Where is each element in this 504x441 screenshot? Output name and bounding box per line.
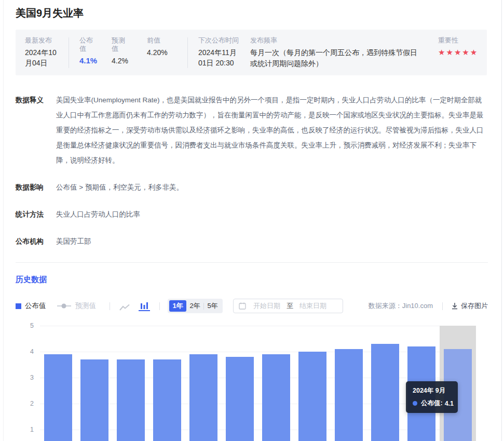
y-tick-label: 1 (14, 426, 34, 433)
tooltip-title: 2024年 9月 (413, 387, 452, 394)
info-text: 美国劳工部 (56, 234, 488, 249)
bar-2023年11月[interactable] (80, 359, 108, 441)
history-data-heading: 历史数据 (16, 275, 488, 285)
page-title: 美国9月失业率 (16, 6, 488, 20)
stat-value: 4.2% (112, 56, 147, 66)
info-label: 公布机构 (16, 234, 56, 249)
calendar-icon (239, 302, 246, 310)
tooltip-value: 4.1 (445, 400, 454, 407)
y-tick-label: 5 (14, 322, 34, 329)
y-axis: 012345 (16, 319, 35, 441)
stat-label: 公布值 (79, 36, 95, 53)
bar-2024年6月[interactable] (335, 349, 363, 441)
stat-label: 重要性 (438, 36, 479, 45)
date-range-picker[interactable]: 开始日期 至 结束日期 (233, 299, 343, 313)
stat-label: 最新发布 (25, 36, 69, 45)
info-text: 美国失业率(Unemployment Rate)，也是美国就业报告中的另外一个项… (56, 92, 488, 168)
date-range-to-label: 至 (287, 301, 293, 311)
stat-value-published: 4.1% (79, 56, 112, 66)
content-area: 美国9月失业率 最新发布 2024年10月04日 公布值 4.1% 预测值 4.… (0, 0, 488, 441)
stat-label: 前值 (147, 36, 187, 45)
bar-2023年10月[interactable] (44, 354, 72, 441)
gridline (40, 326, 476, 326)
stat-value: 4.20% (147, 47, 187, 58)
info-label: 数据释义 (16, 92, 56, 168)
stat-label: 发布频率 (250, 36, 417, 45)
period-selector: 1年 2年 5年 (168, 299, 223, 313)
stat-value: 每月一次（每月的第一个周五公布，遇到特殊节假日或统计周期问题除外） (250, 47, 417, 69)
legend-label: 预测值 (75, 301, 97, 311)
legend-forecast[interactable]: 预测值 (57, 301, 97, 311)
legend-line-dot-icon (57, 305, 71, 306)
y-tick-label: 4 (14, 348, 34, 355)
stat-published: 公布值 4.1% (79, 36, 112, 66)
info-row-definition: 数据释义 美国失业率(Unemployment Rate)，也是美国就业报告中的… (16, 92, 488, 168)
bar-2023年12月[interactable] (117, 359, 145, 441)
stat-previous: 前值 4.20% (147, 36, 187, 58)
unemployment-bar-chart: 012345 2023年 10月2023年12月2024年 2月2024年 4月… (16, 319, 503, 441)
save-image-button[interactable]: 保存图片 (451, 301, 488, 311)
bar-2024年4月[interactable] (262, 354, 290, 441)
left-edge-divider (3, 0, 4, 441)
info-sections: 数据释义 美国失业率(Unemployment Rate)，也是美国就业报告中的… (16, 92, 488, 249)
period-button-1y[interactable]: 1年 (169, 300, 186, 312)
download-icon (451, 302, 458, 310)
importance-stars: ★★★★★ (438, 47, 479, 58)
stat-forecast: 预测值 4.2% (112, 36, 147, 66)
stat-label: 预测值 (112, 36, 127, 53)
legend-square-icon (16, 303, 21, 309)
controls-divider (110, 302, 110, 310)
info-row-agency: 公布机构 美国劳工部 (16, 234, 488, 249)
tooltip-series-dot-icon (413, 401, 417, 406)
y-tick-label: 3 (14, 374, 34, 381)
stat-importance: 重要性 ★★★★★ (438, 36, 479, 58)
line-chart-icon[interactable] (119, 301, 130, 311)
legend-label: 公布值 (25, 301, 46, 311)
period-button-2y[interactable]: 2年 (186, 300, 203, 312)
stat-latest-release: 最新发布 2024年10月04日 (25, 36, 69, 68)
bar-chart-icon[interactable] (139, 301, 150, 311)
legend-published[interactable]: 公布值 (16, 301, 46, 311)
bar-2024年7月[interactable] (371, 344, 399, 441)
chart-tooltip: 2024年 9月 公布值: 4.1 (406, 381, 458, 413)
chart-controls: 公布值 预测值 1年 2年 5年 (16, 299, 488, 313)
tooltip-series-label: 公布值: (421, 399, 443, 408)
bar-2024年1月[interactable] (153, 359, 181, 441)
section-divider (16, 262, 488, 263)
save-image-label: 保存图片 (461, 301, 488, 311)
info-label: 数据影响 (16, 180, 56, 195)
controls-divider (159, 302, 160, 310)
bar-2024年3月[interactable] (226, 357, 254, 441)
stat-frequency: 发布频率 每月一次（每月的第一个周五公布，遇到特殊节假日或统计周期问题除外） (250, 36, 417, 69)
info-text: 公布值 > 预期值，利空美元，利多非美。 (56, 180, 488, 195)
period-button-5y[interactable]: 5年 (204, 300, 221, 312)
info-text: 失业人口占劳动人口的比率 (56, 207, 488, 222)
stat-label: 下次公布时间 (198, 36, 250, 45)
info-row-method: 统计方法 失业人口占劳动人口的比率 (16, 207, 488, 222)
stat-value: 2024年10月04日 (25, 47, 61, 68)
stats-divider (187, 37, 188, 68)
stat-value: 2024年11月01日 20:30 (198, 47, 243, 68)
stat-next-release: 下次公布时间 2024年11月01日 20:30 (198, 36, 250, 68)
stats-card: 最新发布 2024年10月04日 公布值 4.1% 预测值 4.2% 前值 4.… (16, 30, 487, 75)
y-tick-label: 2 (14, 400, 34, 407)
bar-2024年2月[interactable] (189, 354, 217, 441)
data-source-label: 数据来源：Jin10.com (369, 301, 433, 311)
bar-2024年5月[interactable] (298, 352, 326, 441)
right-edge-divider (501, 0, 502, 441)
info-row-impact: 数据影响 公布值 > 预期值，利空美元，利多非美。 (16, 180, 488, 195)
end-date-input[interactable]: 结束日期 (299, 301, 326, 311)
info-label: 统计方法 (16, 207, 56, 222)
start-date-input[interactable]: 开始日期 (253, 301, 280, 311)
controls-divider (442, 302, 443, 310)
stats-divider (69, 37, 69, 68)
